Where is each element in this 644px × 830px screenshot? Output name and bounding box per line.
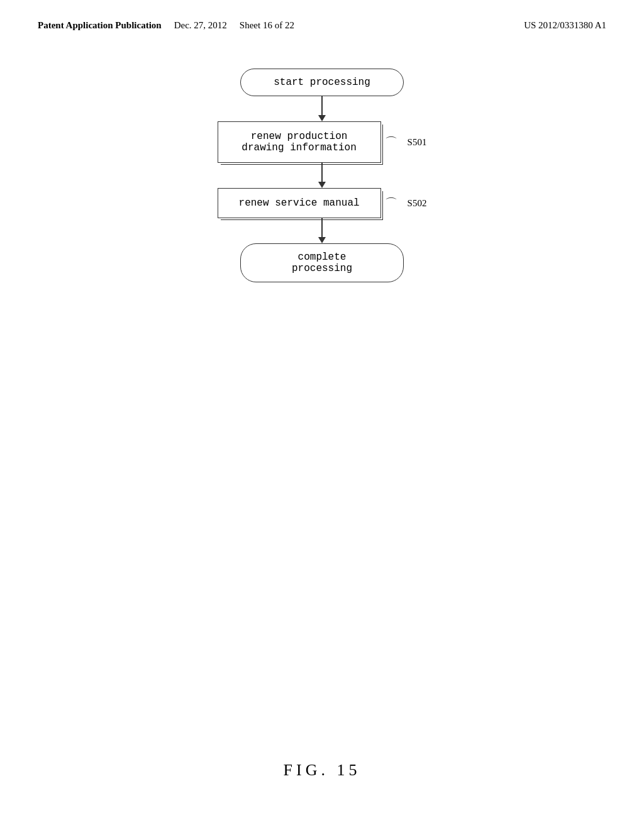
step-s502-row: renew service manual ⌒ S502 — [218, 188, 427, 218]
arrow-1 — [318, 96, 326, 121]
start-node: start processing — [240, 69, 404, 96]
arrow-head-1 — [318, 115, 326, 121]
sheet-info: Sheet 16 of 22 — [240, 20, 294, 31]
s502-bracket: ⌒ — [385, 197, 397, 209]
s502-label: S502 — [408, 198, 427, 209]
arrow-head-2 — [318, 182, 326, 188]
step-s502-box: renew service manual — [218, 188, 381, 218]
arrow-3 — [318, 218, 326, 243]
s502-label-connector: ⌒ S502 — [385, 197, 427, 209]
end-node: complete processing — [240, 243, 404, 282]
s501-label-connector: ⌒ S501 — [385, 136, 427, 148]
flowchart-diagram: start processing renew productiondrawing… — [0, 69, 644, 282]
page-header: Patent Application Publication Dec. 27, … — [0, 0, 644, 31]
s501-bracket: ⌒ — [385, 136, 397, 148]
patent-number: US 2012/0331380 A1 — [524, 20, 606, 31]
arrow-2 — [318, 163, 326, 188]
step-s501-box: renew productiondrawing information — [218, 121, 381, 163]
s501-label: S501 — [408, 137, 427, 148]
arrow-line-1 — [321, 96, 323, 115]
publication-date: Dec. 27, 2012 — [174, 20, 227, 31]
figure-caption: FIG. 15 — [284, 761, 361, 780]
step-s501-row: renew productiondrawing information ⌒ S5… — [218, 121, 427, 163]
publication-title: Patent Application Publication — [38, 20, 162, 31]
arrow-line-3 — [321, 218, 323, 237]
arrow-line-2 — [321, 163, 323, 182]
arrow-head-3 — [318, 237, 326, 243]
